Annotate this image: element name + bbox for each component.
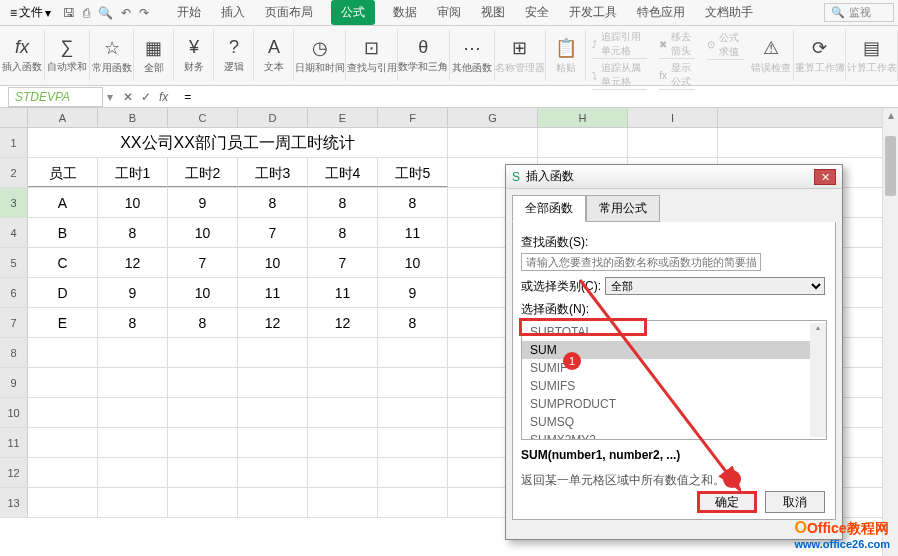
cell[interactable]: 8 [98,218,168,247]
tab-common-formulas[interactable]: 常用公式 [586,195,660,222]
cell[interactable] [168,368,238,397]
cell[interactable] [238,458,308,487]
ribbon-finance[interactable]: ¥财务 [174,30,214,81]
row-header[interactable]: 5 [0,248,28,277]
cell[interactable] [168,488,238,517]
cell[interactable] [238,488,308,517]
save-icon[interactable]: 🖫 [63,6,75,20]
cell[interactable] [308,338,378,367]
file-menu[interactable]: ≡ 文件 ▾ [4,2,57,23]
cell[interactable]: D [28,278,98,307]
row-header[interactable]: 12 [0,458,28,487]
row-header[interactable]: 4 [0,218,28,247]
ribbon-lookup[interactable]: ⊡查找与引用 [346,30,398,81]
col-I[interactable]: I [628,108,718,127]
tab-insert[interactable]: 插入 [219,0,247,25]
cell[interactable] [238,368,308,397]
cell[interactable] [308,458,378,487]
ribbon-insert-function[interactable]: fx插入函数 [0,30,45,81]
row-header[interactable]: 11 [0,428,28,457]
cell[interactable] [168,398,238,427]
ribbon-paste[interactable]: 📋粘贴 [546,30,586,81]
cell[interactable]: E [28,308,98,337]
row-header-2[interactable]: 2 [0,158,28,187]
cell[interactable]: 9 [168,188,238,217]
ribbon-error-check[interactable]: ⚠错误检查 [750,30,795,81]
cell[interactable] [28,458,98,487]
row-header[interactable]: 7 [0,308,28,337]
cell[interactable] [308,398,378,427]
col-C[interactable]: C [168,108,238,127]
vertical-scrollbar[interactable]: ▴ [882,108,898,556]
show-formula[interactable]: fx 显示公式 [659,61,695,90]
cell[interactable] [628,128,718,157]
row-header[interactable]: 13 [0,488,28,517]
ribbon-calc-sheet[interactable]: ▤计算工作表 [846,30,898,81]
cell[interactable] [168,428,238,457]
title-cell[interactable]: XX公司XX部门员工一周工时统计 [28,128,448,157]
cell[interactable]: 11 [308,278,378,307]
cell[interactable] [98,488,168,517]
col-F[interactable]: F [378,108,448,127]
header-cell[interactable]: 工时4 [308,158,378,187]
cell[interactable] [308,368,378,397]
ribbon-name-manager[interactable]: ⊞名称管理器 [495,30,547,81]
tab-special[interactable]: 特色应用 [635,0,687,25]
func-item[interactable]: SUMSQ [522,413,810,431]
cell[interactable]: A [28,188,98,217]
cell[interactable]: 8 [238,188,308,217]
tab-home[interactable]: 开始 [175,0,203,25]
cell[interactable]: 10 [168,218,238,247]
header-cell[interactable]: 员工 [28,158,98,187]
function-list[interactable]: SUBTOTAL SUM SUMIF SUMIFS SUMPRODUCT SUM… [521,320,827,440]
cell[interactable] [448,128,538,157]
ribbon-all[interactable]: ▦全部 [134,30,174,81]
cell[interactable]: 8 [168,308,238,337]
func-item[interactable]: SUMX2MY2 [522,431,810,440]
header-cell[interactable]: 工时3 [238,158,308,187]
close-button[interactable]: ✕ [814,169,836,185]
cell[interactable]: 8 [308,218,378,247]
tab-all-functions[interactable]: 全部函数 [512,195,586,222]
row-header[interactable]: 3 [0,188,28,217]
cell[interactable] [378,398,448,427]
cell[interactable]: 8 [98,308,168,337]
row-header[interactable]: 10 [0,398,28,427]
col-E[interactable]: E [308,108,378,127]
preview-icon[interactable]: 🔍 [98,6,113,20]
redo-icon[interactable]: ↷ [139,6,149,20]
header-cell[interactable]: 工时1 [98,158,168,187]
name-box[interactable]: STDEVPA [8,87,103,107]
tab-security[interactable]: 安全 [523,0,551,25]
cell[interactable]: 10 [378,248,448,277]
tab-review[interactable]: 审阅 [435,0,463,25]
cancel-button[interactable]: 取消 [765,491,825,513]
ribbon-logic[interactable]: ?逻辑 [214,30,254,81]
cell[interactable]: 10 [98,188,168,217]
tab-view[interactable]: 视图 [479,0,507,25]
cell[interactable] [378,368,448,397]
row-header[interactable]: 8 [0,338,28,367]
eval-formula[interactable]: ⊙ 公式求值 [707,30,743,60]
cell[interactable] [238,428,308,457]
cell[interactable]: 11 [238,278,308,307]
tab-dochelper[interactable]: 文档助手 [703,0,755,25]
ribbon-datetime[interactable]: ◷日期和时间 [294,30,346,81]
cell[interactable]: 7 [238,218,308,247]
cell[interactable]: 7 [308,248,378,277]
cell[interactable]: C [28,248,98,277]
row-header-1[interactable]: 1 [0,128,28,157]
tab-formula[interactable]: 公式 [331,0,375,25]
cell[interactable]: 10 [168,278,238,307]
header-cell[interactable]: 工时2 [168,158,238,187]
cell[interactable]: 8 [378,308,448,337]
ribbon-other[interactable]: ⋯其他函数 [450,30,495,81]
search-box[interactable]: 🔍 监视 [824,3,894,22]
cell[interactable] [238,338,308,367]
cell[interactable] [98,368,168,397]
cell[interactable]: 12 [238,308,308,337]
ok-button[interactable]: 确定 [697,491,757,513]
cell[interactable] [308,428,378,457]
dialog-titlebar[interactable]: S 插入函数 ✕ [506,165,842,189]
cell[interactable]: 10 [238,248,308,277]
